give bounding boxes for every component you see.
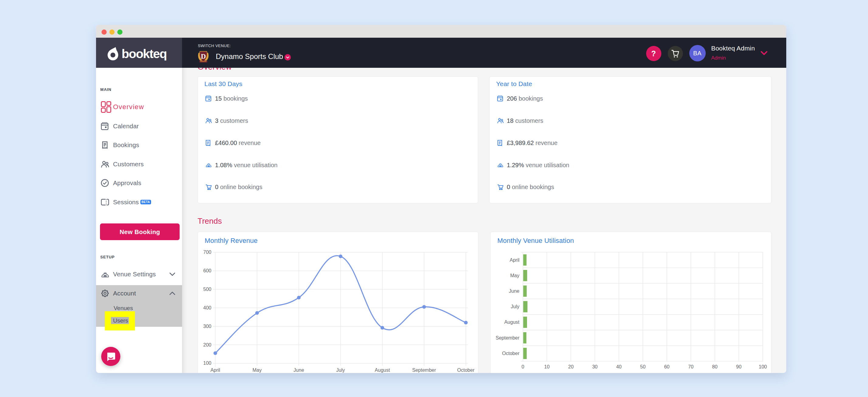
svg-text:August: August <box>375 368 390 373</box>
svg-text:70: 70 <box>688 364 693 369</box>
svg-text:April: April <box>210 368 220 373</box>
svg-text:600: 600 <box>203 268 211 273</box>
svg-text:May: May <box>510 273 519 278</box>
svg-text:60: 60 <box>664 364 670 369</box>
svg-text:July: July <box>510 304 519 309</box>
svg-text:0: 0 <box>522 364 524 369</box>
svg-text:20: 20 <box>568 364 574 369</box>
svg-text:500: 500 <box>203 287 211 292</box>
svg-text:700: 700 <box>203 250 211 255</box>
svg-text:400: 400 <box>203 305 211 310</box>
svg-text:90: 90 <box>736 364 742 369</box>
svg-text:100: 100 <box>203 361 211 366</box>
svg-text:200: 200 <box>203 342 211 347</box>
svg-text:10: 10 <box>544 364 550 369</box>
svg-text:80: 80 <box>712 364 718 369</box>
svg-text:June: June <box>509 288 519 294</box>
svg-text:October: October <box>502 351 520 356</box>
svg-text:August: August <box>504 320 519 325</box>
svg-text:September: September <box>495 335 519 340</box>
svg-text:September: September <box>412 368 436 373</box>
svg-text:100: 100 <box>758 364 767 369</box>
svg-text:50: 50 <box>640 364 646 369</box>
svg-text:D: D <box>201 53 206 60</box>
svg-text:October: October <box>457 368 475 373</box>
svg-text:June: June <box>293 368 304 373</box>
svg-text:40: 40 <box>616 364 622 369</box>
svg-text:July: July <box>336 368 345 373</box>
svg-text:May: May <box>252 368 261 373</box>
svg-text:300: 300 <box>203 324 211 329</box>
svg-text:30: 30 <box>592 364 597 369</box>
svg-text:April: April <box>509 257 519 263</box>
